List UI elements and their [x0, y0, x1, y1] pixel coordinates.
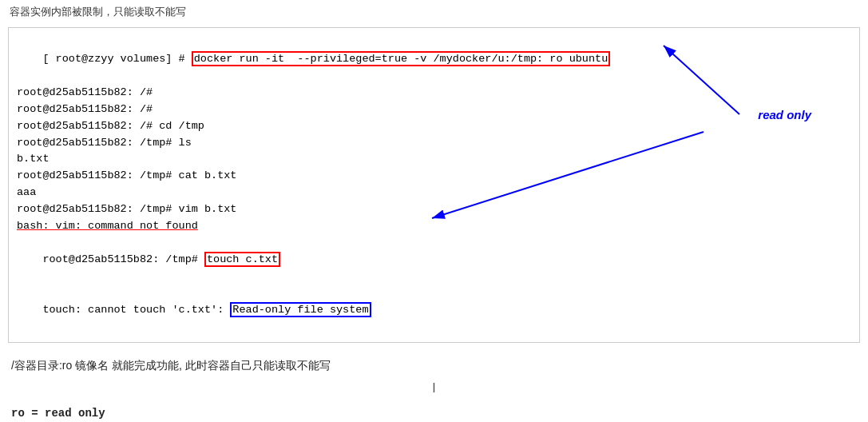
terminal-line-6: b.txt [17, 151, 851, 168]
terminal-line-2: root@d25ab5115b82: /# [17, 85, 851, 102]
touch-command: touch c.txt [204, 252, 280, 267]
top-note: 容器实例内部被限制，只能读取不能写 [0, 0, 868, 22]
cursor-line: I [11, 377, 857, 400]
terminal-line-5: root@d25ab5115b82: /tmp# ls [17, 135, 851, 152]
terminal-line-8: aaa [17, 185, 851, 201]
terminal-line-11: root@d25ab5115b82: /tmp# touch c.txt [17, 235, 851, 285]
lower-section: /容器目录:ro 镜像名 就能完成功能, 此时容器自己只能读取不能写 I ro … [0, 343, 868, 422]
ro-definition: ro = read only [11, 404, 857, 422]
terminal-line-9: root@d25ab5115b82: /tmp# vim b.txt [17, 201, 851, 218]
terminal-line-7: root@d25ab5115b82: /tmp# cat b.txt [17, 168, 851, 185]
readonly-error: Read-only file system [230, 302, 371, 317]
terminal-line-4: root@d25ab5115b82: /# cd /tmp [17, 118, 851, 135]
terminal-line-1: [ root@zzyy volumes] # docker run -it --… [17, 34, 851, 85]
command-1: docker run -it --privileged=true -v /myd… [192, 51, 610, 66]
lower-line-1: /容器目录:ro 镜像名 就能完成功能, 此时容器自己只能读取不能写 [11, 356, 857, 376]
prompt-11: root@d25ab5115b82: /tmp# [42, 253, 204, 265]
terminal-area: [ root@zzyy volumes] # docker run -it --… [8, 27, 860, 343]
terminal-line-12: touch: cannot touch 'c.txt': Read-only f… [17, 285, 851, 336]
terminal-line-10: bash: vim: command not found [17, 218, 851, 235]
touch-error-prefix: touch: cannot touch 'c.txt': [42, 304, 230, 316]
prompt-1: [ root@zzyy volumes] # [42, 53, 191, 65]
terminal-line-3: root@d25ab5115b82: /# [17, 102, 851, 118]
read-only-annotation: read only [758, 108, 811, 121]
